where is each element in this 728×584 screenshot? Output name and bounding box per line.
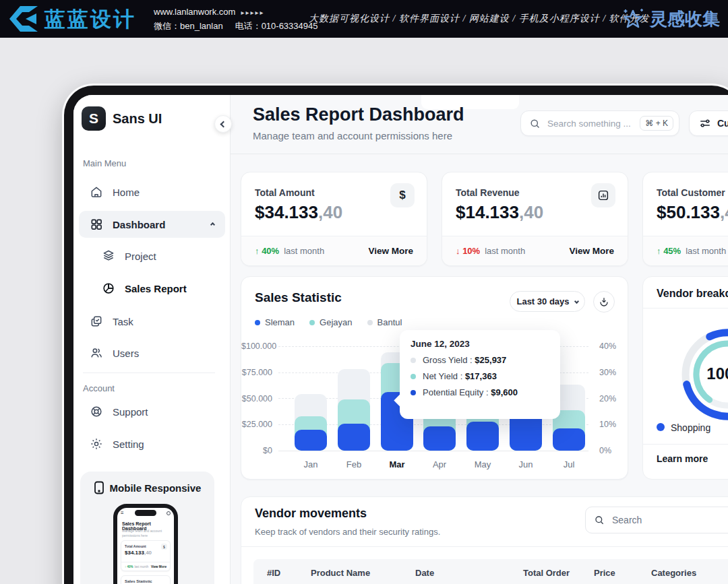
page-title: Sales Report Dashboard [253, 104, 464, 125]
sidebar-item-setting[interactable]: Setting [79, 430, 225, 457]
view-more-link[interactable]: View More [569, 246, 614, 256]
dashboard-grid-icon [90, 218, 103, 231]
sidebar-item-support[interactable]: Support [79, 398, 225, 425]
task-check-icon [90, 315, 103, 328]
customize-button[interactable]: Customize [689, 110, 728, 136]
star-icon [621, 7, 644, 31]
banner-collect[interactable]: 灵感收集 [621, 7, 720, 31]
tooltip-dot [411, 374, 416, 379]
card-amount: $34.133 [255, 202, 318, 222]
chart-legend: Sleman Gejayan Bantul [255, 317, 402, 327]
support-lifebuoy-icon [90, 405, 103, 418]
banner-services-text: 大数据可视化设计 / 软件界面设计 / 网站建设 / 手机及小程序设计 / 软件… [309, 13, 650, 25]
bar-chart-icon [591, 183, 615, 207]
sidebar-item-home[interactable]: Home [79, 179, 225, 205]
phone-mockup: ≡ Sales Report Dashboard Manage team and… [113, 504, 178, 584]
x-tick-highlight: Mar [378, 459, 416, 469]
bar-sleman-feb [338, 424, 370, 451]
screenshot-root: 蓝蓝设计 www.lanlanwork.com▸▸▸▸▸ 微信：ben_lanl… [0, 0, 728, 584]
page-subtitle: Manage team and account permissions here [253, 130, 452, 141]
col-id: #ID [267, 568, 280, 578]
mini-amount: $34.133 [125, 550, 144, 556]
sidebar-item-label: Support [113, 406, 148, 418]
table-header-row: #ID Product Name Date Total Order Price … [253, 559, 728, 584]
chevron-down-icon [574, 299, 578, 304]
users-icon [90, 346, 103, 360]
device-frame: S Sans UI Main Menu Home Dashboard Proje… [64, 86, 728, 584]
app-screen: S Sans UI Main Menu Home Dashboard Proje… [73, 95, 728, 584]
sans-ui-logo: S [82, 106, 106, 131]
mobile-responsive-card: Mobile Responsive ≡ Sales Report Dashboa… [80, 472, 214, 584]
customize-label: Customize [717, 118, 728, 129]
sidebar-collapse-button[interactable] [214, 115, 232, 133]
vendor-breakdown-legend: Shopping [657, 422, 728, 433]
hamburger-icon: ≡ [121, 510, 124, 516]
col-price: Price [594, 568, 615, 578]
gear-icon [90, 437, 103, 451]
table-search-input[interactable] [611, 514, 728, 526]
chart-tooltip: June 12, 2023 Gross Yield : $25,937 Net … [400, 330, 560, 419]
tooltip-dot [411, 390, 416, 395]
y-tick: $0 [241, 446, 272, 455]
mini-dollar-icon: $ [161, 544, 167, 550]
search-input[interactable] [546, 118, 634, 129]
lanlan-logo-icon[interactable] [7, 5, 42, 33]
mini-total-label: Total Amount [125, 544, 146, 548]
pie-chart-icon [102, 282, 115, 295]
sidebar-item-label: Project [125, 251, 156, 262]
mini-subtitle: Manage team and account permissions here [122, 529, 164, 538]
donut-center-value: 100% [700, 364, 728, 383]
legend-dot [657, 423, 665, 431]
table-search[interactable] [585, 507, 728, 533]
chevron-up-icon [210, 222, 215, 226]
global-search[interactable]: ⌘ + K [520, 110, 679, 136]
x-tick: Feb [335, 459, 373, 469]
x-tick: Apr [421, 459, 458, 469]
learn-more-link[interactable]: Learn more [657, 453, 708, 464]
date-range-dropdown[interactable]: Last 30 days [510, 291, 585, 312]
sidebar-item-label: Sales Report [125, 283, 187, 294]
banner-contact: www.lanlanwork.com▸▸▸▸▸ 微信：ben_lanlan电话：… [154, 5, 330, 33]
legend-dot [255, 320, 260, 325]
vendor-movements-card: Vendor movements Keep track of vendors a… [241, 496, 728, 584]
x-tick: Jul [550, 459, 588, 469]
x-tick: May [464, 459, 502, 469]
banner-logo-text[interactable]: 蓝蓝设计 [44, 5, 136, 34]
card-title: Total Customer [657, 187, 725, 198]
sidebar-item-task[interactable]: Task [79, 308, 225, 335]
card-amount-decimal: ,40 [519, 202, 543, 222]
col-date: Date [415, 568, 434, 578]
banner-website-link[interactable]: www.lanlanwork.com [154, 7, 235, 17]
sidebar-item-sales-report[interactable]: Sales Report [79, 275, 225, 302]
sidebar-item-label: Setting [113, 439, 144, 450]
sliders-icon [699, 118, 711, 129]
vendor-movements-subtitle: Keep track of vendors and their security… [255, 527, 440, 537]
trend-caption: last month [686, 246, 726, 256]
legend-dot [367, 320, 373, 325]
sidebar-item-users[interactable]: Users [79, 339, 225, 366]
tooltip-dot [411, 358, 416, 363]
shortcut-badge: ⌘ + K [640, 116, 673, 131]
trend-up: ↑ 45% [657, 246, 681, 256]
sidebar-item-label: Task [113, 316, 133, 327]
chart-title: Sales Statistic [255, 290, 342, 305]
card-total-customer: Total Customer $50.133,40 ↑ 45% last mon… [642, 172, 728, 266]
pct-tick: 20% [599, 394, 626, 403]
mini-view-more: View More [151, 565, 166, 569]
sidebar-item-dashboard[interactable]: Dashboard [79, 211, 225, 238]
phone-icon [94, 481, 104, 494]
promo-banner: 蓝蓝设计 www.lanlanwork.com▸▸▸▸▸ 微信：ben_lanl… [0, 0, 728, 38]
col-product-name: Product Name [311, 568, 370, 578]
col-total-order: Total Order [523, 568, 570, 578]
logo-glyph: S [89, 110, 98, 127]
view-more-link[interactable]: View More [368, 246, 413, 256]
header-divider [231, 154, 728, 154]
sidebar-item-project[interactable]: Project [79, 242, 225, 269]
home-icon [90, 185, 103, 199]
sidebar: S Sans UI Main Menu Home Dashboard Proje… [73, 95, 231, 584]
tooltip-date: June 12, 2023 [411, 339, 549, 349]
card-title: Total Amount [255, 187, 315, 198]
download-button[interactable] [593, 291, 615, 313]
mobile-card-title: Mobile Responsive [110, 482, 202, 494]
trend-caption: last month [284, 246, 324, 256]
